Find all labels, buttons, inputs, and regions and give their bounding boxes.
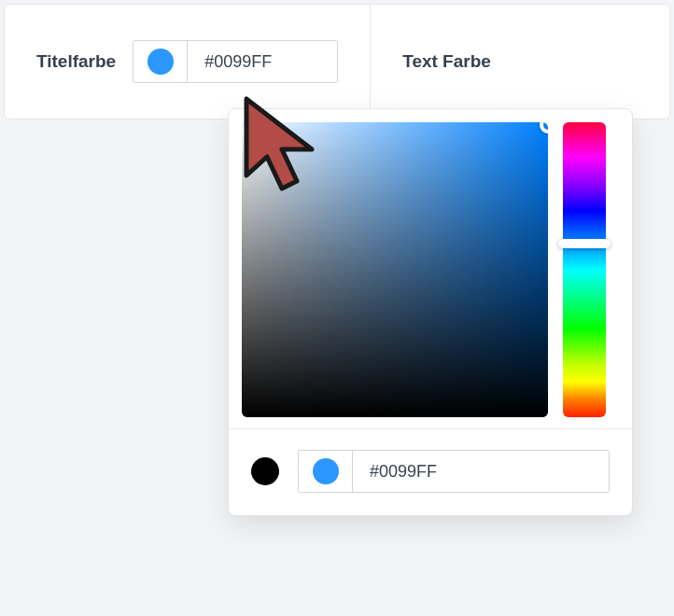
picker-hex-input[interactable] — [353, 451, 609, 492]
hue-indicator[interactable] — [558, 239, 611, 248]
text-color-cell: Text Farbe — [370, 5, 669, 119]
color-picker-popover — [228, 108, 633, 516]
saturation-value-field[interactable] — [242, 122, 548, 417]
hue-slider[interactable] — [563, 122, 606, 417]
title-color-input-group — [133, 40, 338, 83]
color-settings-panel: Titelfarbe Text Farbe — [4, 4, 670, 119]
title-color-swatch-dot — [147, 49, 174, 75]
picker-bottom-row — [229, 428, 632, 515]
picker-swatch-button[interactable] — [299, 451, 353, 492]
title-color-swatch-button[interactable] — [133, 41, 188, 82]
picker-top-row — [229, 109, 632, 428]
reset-color-dot[interactable] — [251, 457, 279, 485]
text-color-label: Text Farbe — [402, 51, 491, 72]
title-color-hex-input[interactable] — [188, 41, 337, 82]
title-color-cell: Titelfarbe — [5, 5, 370, 119]
sv-black-layer — [242, 122, 548, 417]
picker-input-group — [298, 450, 610, 493]
title-color-label: Titelfarbe — [36, 51, 116, 72]
picker-swatch-dot — [313, 458, 339, 484]
